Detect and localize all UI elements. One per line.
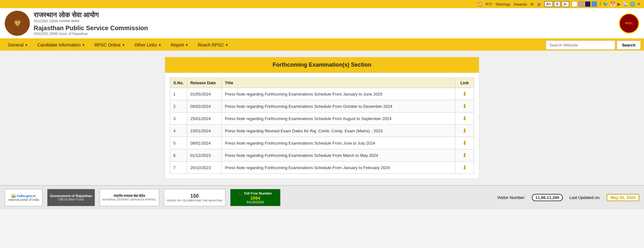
download-icon[interactable]: ⬇ [462, 152, 467, 158]
rss-icon[interactable]: 📡 [623, 2, 628, 7]
cell-download[interactable]: ⬇ [455, 137, 474, 149]
col-link: Link [455, 78, 474, 88]
chevron-down-icon: ▼ [158, 43, 161, 47]
nav-report[interactable]: Report ▼ [166, 39, 193, 51]
cell-download[interactable]: ⬇ [455, 149, 474, 162]
home-icon[interactable]: 🏠 [478, 2, 483, 7]
hindi-title: राजस्थान लोक सेवा आयोग [34, 11, 619, 19]
table-row: 720/10/2023Press Note regarding Forthcom… [170, 162, 474, 174]
awards-link[interactable]: Awards [514, 2, 527, 7]
email-icon[interactable]: ✉ [530, 2, 534, 7]
india-gov-sub: national portal of india [8, 198, 39, 201]
table-header-row: S.No. Release Date Title Link [170, 78, 474, 88]
cell-title: Press Note regarding Forthcoming Examina… [222, 137, 455, 149]
header-text: राजस्थान लोक सेवा आयोग ISO(2001:2008) रा… [34, 11, 619, 36]
visitor-number: 11,98,11,280 [532, 194, 563, 201]
cell-date: 20/10/2023 [187, 162, 222, 174]
color-blue[interactable] [591, 1, 597, 7]
calendar-icon[interactable]: 📅 [610, 2, 615, 7]
col-sno: S.No. [170, 78, 187, 88]
emblem-logo: 🦁 [5, 11, 30, 36]
footer-right: Visitor Number: 11,98,11,280 Last Update… [497, 194, 639, 201]
section-box: Forthcoming Examination(s) Section S.No.… [165, 57, 479, 179]
cell-title: Press Note regarding Forthcoming Examina… [222, 149, 455, 162]
cell-sno: 2 [170, 100, 187, 113]
globe-icon[interactable]: 🌐 [630, 2, 635, 7]
cell-sno: 3 [170, 113, 187, 125]
chevron-down-icon: ▼ [185, 43, 188, 47]
chevron-down-icon: ▼ [122, 43, 125, 47]
govt-raj-sub: Official Web Portal [58, 198, 84, 201]
download-icon[interactable]: ⬇ [462, 140, 467, 146]
nav-rpsc-online[interactable]: RPSC Online ▼ [90, 39, 130, 51]
font-increase-button[interactable]: A+ [544, 1, 553, 7]
chevron-down-icon: ▼ [82, 43, 85, 47]
examination-table: S.No. Release Date Title Link 101/05/202… [170, 78, 474, 174]
table-row: 206/02/2024Press Note regarding Forthcom… [170, 100, 474, 113]
india-gov-logo[interactable]: 🇮🇳 india.gov.in national portal of india [5, 189, 42, 206]
cell-title: Press Note regarding Forthcoming Examina… [222, 88, 455, 100]
color-navy[interactable] [585, 1, 591, 7]
twitter-icon[interactable]: 🐦 [603, 2, 608, 7]
nav-reach-rpsc[interactable]: Reach RPSC ▼ [193, 39, 233, 51]
speaker-icon[interactable]: 🔊 [537, 2, 542, 7]
search-input[interactable] [546, 41, 615, 50]
cell-date: 23/01/2024 [187, 125, 222, 137]
mahatma-logo[interactable]: 150 YEARS OF CELEBRATING THE MAHATMA [164, 189, 225, 206]
cell-title: Press Note regarding Forthcoming Examina… [222, 100, 455, 113]
cell-date: 01/12/2023 [187, 149, 222, 162]
col-title: Title [222, 78, 455, 88]
sitemap-link[interactable]: Sitemap [495, 2, 510, 7]
facebook-icon[interactable]: f [600, 2, 601, 7]
color-theme-boxes [572, 1, 597, 7]
download-icon[interactable]: ⬇ [462, 103, 467, 109]
cell-download[interactable]: ⬇ [455, 113, 474, 125]
top-bar: 🏠 RTI Sitemap Awards ✉ 🔊 A+ A A- f 🐦 📅 ▶… [0, 0, 644, 8]
section-title: Forthcoming Examination(s) Section [165, 57, 479, 73]
cell-date: 25/01/2024 [187, 113, 222, 125]
color-tan[interactable] [578, 1, 584, 7]
table-row: 423/01/2024Press Note regarding Revised … [170, 125, 474, 137]
navigation-icon[interactable]: ✈ [637, 2, 641, 7]
cell-date: 01/05/2024 [187, 88, 222, 100]
cell-date: 08/01/2024 [187, 137, 222, 149]
cell-sno: 7 [170, 162, 187, 174]
nav-other-links[interactable]: Other Links ▼ [130, 39, 166, 51]
cell-title: Press Note regarding Revised Exam Dates … [222, 125, 455, 137]
cell-sno: 4 [170, 125, 187, 137]
toll-alternate-number: 9413502834 [247, 201, 264, 204]
toll-free-number: 1064 [250, 196, 260, 201]
updated-date: May 02, 2024 [607, 194, 639, 201]
toll-free-title: 📞 Toll Free Number [238, 191, 272, 196]
cell-title: Press Note regarding Forthcoming Examina… [222, 113, 455, 125]
cell-download[interactable]: ⬇ [455, 125, 474, 137]
table-row: 508/01/2024Press Note regarding Forthcom… [170, 137, 474, 149]
cell-download[interactable]: ⬇ [455, 88, 474, 100]
color-white[interactable] [572, 1, 577, 7]
voters-sub: NATIONAL VOTERS' SERVICES PORTAL [103, 198, 156, 201]
cell-download[interactable]: ⬇ [455, 100, 474, 113]
search-button[interactable]: Search [617, 41, 641, 50]
cell-download[interactable]: ⬇ [455, 162, 474, 174]
rti-link[interactable]: RTI [486, 2, 492, 7]
govt-rajasthan-logo[interactable]: Government of Rajasthan Official Web Por… [47, 189, 95, 206]
cell-sno: 6 [170, 149, 187, 162]
chevron-down-icon: ▼ [25, 43, 28, 47]
download-icon[interactable]: ⬇ [462, 91, 467, 97]
anti-corruption-logo[interactable]: 📞 Toll Free Number 1064 9413502834 [230, 189, 280, 206]
visitor-label: Visitor Number: [497, 195, 525, 200]
voters-portal-logo[interactable]: राष्ट्रीय मतदाता सेवा पोर्टल NATIONAL VO… [100, 189, 159, 206]
nav-bar: General ▼ Candidate Information ▼ RPSC O… [0, 39, 644, 51]
youtube-icon[interactable]: ▶ [617, 2, 621, 7]
download-icon[interactable]: ⬇ [462, 164, 467, 171]
nav-general[interactable]: General ▼ [3, 39, 33, 51]
download-icon[interactable]: ⬇ [462, 115, 467, 122]
download-icon[interactable]: ⬇ [462, 128, 467, 134]
nav-candidate-information[interactable]: Candidate Information ▼ [33, 39, 90, 51]
table-row: 601/12/2023Press Note regarding Forthcom… [170, 149, 474, 162]
iso-line1: ISO(2001:2008) राजस्थान सरकार [34, 19, 619, 23]
font-decrease-button[interactable]: A- [562, 1, 569, 7]
main-content: Forthcoming Examination(s) Section S.No.… [0, 51, 644, 185]
font-normal-button[interactable]: A [554, 1, 560, 7]
col-release-date: Release Date [187, 78, 222, 88]
